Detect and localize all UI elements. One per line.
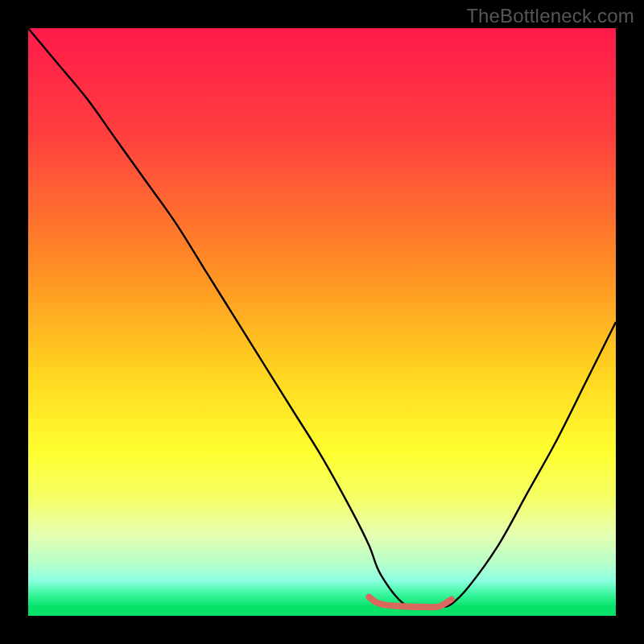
bottleneck-curve	[28, 28, 616, 608]
curve-layer	[28, 28, 616, 616]
watermark-text: TheBottleneck.com	[466, 5, 634, 27]
floor-highlight	[369, 597, 451, 608]
plot-area	[28, 28, 616, 616]
chart-root: TheBottleneck.com	[0, 0, 644, 644]
